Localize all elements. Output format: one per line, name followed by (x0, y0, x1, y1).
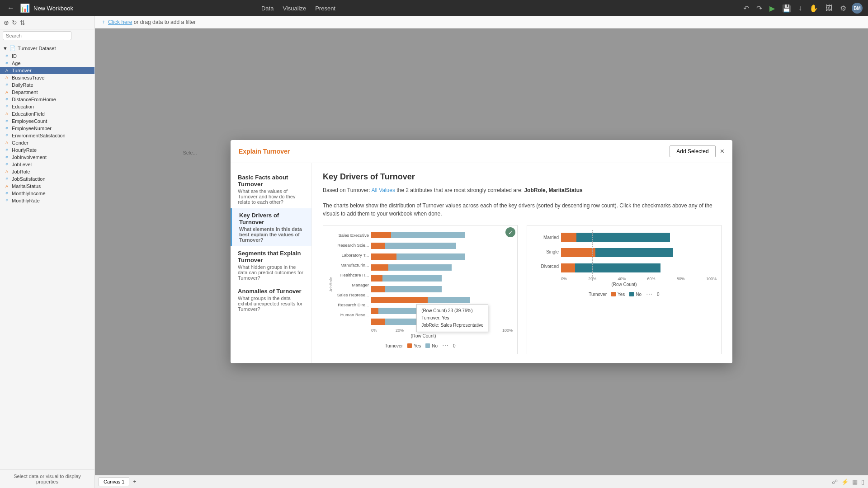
nav-present[interactable]: Present (315, 5, 335, 12)
nav-item-sub: What elements in this data best explain … (239, 226, 304, 243)
desc-part2: the 2 attributes that are most strongly … (395, 187, 524, 193)
filter-add-icon: + (102, 19, 105, 25)
modal-close-button[interactable]: × (720, 147, 724, 155)
settings-icon[interactable]: ⚙ (838, 2, 848, 14)
y-label: Single (532, 244, 561, 259)
field-type-icon: # (4, 133, 10, 138)
field-BusinessTravel[interactable]: A BusinessTravel (0, 74, 94, 81)
legend-no-dot (629, 292, 634, 296)
field-label: EnvironmentSatisfaction (12, 133, 66, 138)
sort-icon[interactable]: ⇅ (20, 19, 25, 26)
user-avatar[interactable]: BM (852, 3, 863, 14)
y-axis-title: JobRole (328, 230, 334, 338)
maritalstatus-chart[interactable]: Married Single Divorced (527, 225, 722, 354)
field-DailyRate[interactable]: # DailyRate (0, 81, 94, 89)
redo-icon[interactable]: ↷ (755, 2, 764, 14)
lightning-icon[interactable]: ⚡ (841, 479, 849, 485)
panel-icon[interactable]: ▯ (861, 479, 864, 485)
add-canvas-icon[interactable]: + (133, 479, 136, 485)
undo-icon[interactable]: ↶ (741, 2, 751, 14)
chart1-content: JobRole Sales Executive Research Scie... (328, 230, 513, 338)
field-JobInvolvement[interactable]: # JobInvolvement (0, 154, 94, 161)
field-type-icon: # (4, 177, 10, 181)
dataset-item[interactable]: ▼ 📄 Turnover Dataset (0, 44, 94, 52)
bar-row-3 (371, 263, 513, 272)
legend-more[interactable]: ⋯ (442, 342, 448, 349)
field-JobSatisfaction[interactable]: # JobSatisfaction (0, 175, 94, 183)
y-label: Healthcare R... (334, 270, 371, 280)
explain-modal: Explain Turnover Add Selected × Basic Fa… (231, 140, 732, 363)
field-type-icon: # (4, 155, 10, 160)
canvas-tab-1[interactable]: Canvas 1 (99, 477, 129, 486)
add-datasource-icon[interactable]: ⊕ (4, 19, 9, 26)
field-type-icon: A (4, 169, 10, 174)
nav-item-title: Segments that Explain Turnover (238, 250, 304, 263)
field-Age[interactable]: # Age (0, 60, 94, 67)
field-ID[interactable]: # ID (0, 52, 94, 60)
nav-basic-facts[interactable]: Basic Facts about Turnover What are the … (231, 170, 311, 208)
back-button[interactable]: ← (5, 2, 16, 14)
filter-click-link[interactable]: Click here (108, 19, 132, 25)
filter-bar-text[interactable]: Click here or drag data to add a filter (108, 19, 196, 25)
field-Gender[interactable]: A Gender (0, 139, 94, 146)
nav-visualize[interactable]: Visualize (283, 5, 306, 12)
legend-no-label: No (636, 292, 642, 297)
field-type-icon: # (4, 119, 10, 123)
nav-segments[interactable]: Segments that Explain Turnover What hidd… (231, 246, 311, 284)
field-HourlyRate[interactable]: # HourlyRate (0, 146, 94, 154)
collapse-icon: ▼ (3, 46, 8, 51)
top-bar: ← 📊 New Workbook Data Visualize Present … (0, 0, 868, 16)
field-DistanceFromHome[interactable]: # DistanceFromHome (0, 96, 94, 103)
play-icon[interactable]: ▶ (768, 2, 777, 14)
field-Turnover[interactable]: A Turnover (0, 67, 94, 74)
field-EducationField[interactable]: A EducationField (0, 110, 94, 117)
y-label: Research Scie... (334, 240, 371, 250)
field-Education[interactable]: # Education (0, 103, 94, 110)
save-icon[interactable]: 💾 (780, 2, 793, 14)
chart2-content: Married Single Divorced (532, 230, 717, 281)
charts-container: ✓ JobRole Sales Execut (323, 225, 722, 354)
field-Department[interactable]: A Department (0, 89, 94, 96)
field-EmployeeNumber[interactable]: # EmployeeNumber (0, 125, 94, 132)
field-EmployeeCount[interactable]: # EmployeeCount (0, 117, 94, 125)
image-icon[interactable]: 🖼 (824, 2, 835, 14)
x-axis-label: (Row Count) (334, 333, 513, 338)
nav-anomalies[interactable]: Anomalies of Turnover What groups in the… (231, 284, 311, 315)
field-MonthlyIncome[interactable]: # MonthlyIncome (0, 190, 94, 197)
jobrole-chart[interactable]: ✓ JobRole Sales Execut (323, 225, 518, 354)
search-input[interactable] (3, 31, 71, 40)
legend-more[interactable]: ⋯ (646, 291, 652, 298)
bar-row-1 (371, 241, 513, 251)
download-icon[interactable]: ↓ (797, 2, 804, 14)
field-JobLevel[interactable]: # JobLevel (0, 161, 94, 168)
refresh-icon[interactable]: ↻ (12, 19, 17, 26)
nav-data[interactable]: Data (261, 5, 274, 12)
top-bar-actions: ↶ ↷ ▶ 💾 ↓ ✋ 🖼 ⚙ BM (741, 2, 863, 14)
legend-no-label: No (432, 343, 438, 348)
chart1-legend: Turnover Yes No (328, 342, 513, 349)
nav-key-drivers[interactable]: Key Drivers of Turnover What elements in… (231, 208, 311, 246)
filter-bar[interactable]: + Click here or drag data to add a filte… (95, 16, 868, 28)
field-tree: ▼ 📄 Turnover Dataset # ID # Age A Turnov… (0, 42, 94, 469)
description-line2: The charts below show the distribution o… (323, 202, 722, 218)
chart1-bars: Sales Executive Research Scie... Laborat… (334, 230, 513, 333)
x-axis-ticks: 0% 20% 40% 60% 80% 100% (371, 328, 513, 333)
marker-icon[interactable]: ✋ (807, 2, 820, 14)
field-MonthlyRate[interactable]: # MonthlyRate (0, 197, 94, 204)
legend-zero: 0 (657, 292, 660, 297)
field-label: Age (12, 61, 21, 66)
field-EnvironmentSatisfaction[interactable]: # EnvironmentSatisfaction (0, 132, 94, 139)
layout-icon[interactable]: ▦ (852, 479, 858, 485)
field-MaritalStatus[interactable]: A MaritalStatus (0, 183, 94, 190)
x-axis-ticks: 0% 20% 40% 60% 80% 100% (561, 277, 717, 281)
nav-item-sub: What are the values of Turnover and how … (238, 188, 304, 205)
field-JobRole[interactable]: A JobRole (0, 168, 94, 175)
chart2-legend: Turnover Yes No (532, 291, 717, 298)
field-type-icon: A (4, 75, 10, 80)
add-selected-button[interactable]: Add Selected (670, 145, 715, 157)
legend-yes-label: Yes (618, 292, 625, 297)
field-label: JobInvolvement (12, 155, 47, 160)
field-label: EducationField (12, 111, 45, 117)
field-label: MaritalStatus (12, 183, 41, 189)
field-type-icon: # (4, 83, 10, 87)
